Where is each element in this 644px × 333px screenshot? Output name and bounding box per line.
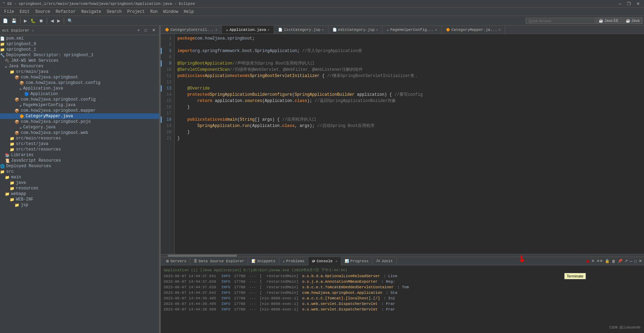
- toolbar-back-button[interactable]: ◀: [49, 18, 55, 24]
- menu-edit[interactable]: Edit: [17, 9, 33, 15]
- editor-tab[interactable]: ☕Application.java✕: [222, 26, 274, 34]
- code-line: import org.springframework.boot.SpringAp…: [177, 48, 641, 54]
- sidebar-maximize-button[interactable]: □: [143, 27, 148, 33]
- tab-close-button[interactable]: ✕: [376, 28, 378, 32]
- tree-item[interactable]: 📁jsp: [0, 202, 159, 208]
- bottom-tab-close[interactable]: ✕: [335, 259, 337, 263]
- open-console-button[interactable]: ↗: [624, 258, 628, 265]
- remove-launch-button[interactable]: ✕: [591, 258, 595, 265]
- maximize-console-button[interactable]: □: [634, 258, 637, 265]
- tree-item[interactable]: 📁src/main/java: [0, 69, 159, 75]
- menu-search[interactable]: Search: [104, 9, 124, 15]
- tree-item[interactable]: 🔵Application: [0, 91, 159, 97]
- bottom-tab[interactable]: 🖥 Servers: [162, 257, 190, 265]
- tree-item[interactable]: 📦com.how2java.springboot.web: [0, 130, 159, 136]
- menu-window[interactable]: Window: [160, 9, 181, 15]
- tree-item[interactable]: 📁springboot_1: [0, 47, 159, 52]
- tree-item-icon: ☕: [19, 103, 22, 108]
- bottom-tab[interactable]: Ju JUnit: [372, 257, 397, 265]
- scroll-lock-button[interactable]: 🔒: [604, 258, 610, 265]
- menu-project[interactable]: Project: [124, 9, 147, 15]
- menu-help[interactable]: Help: [181, 9, 197, 15]
- tree-item-label: Application: [30, 92, 58, 96]
- tab-close-button[interactable]: ✕: [435, 28, 437, 32]
- sidebar-close-button[interactable]: ✕: [151, 27, 157, 33]
- toolbar-save-button[interactable]: 💾: [10, 18, 18, 24]
- code-content[interactable]: package com.how2java.springboot; import …: [175, 34, 644, 254]
- quick-access-input[interactable]: [526, 18, 595, 24]
- tree-item[interactable]: 📁resources: [0, 186, 159, 191]
- tree-item[interactable]: 🔶CategoryMapper.java: [0, 113, 159, 119]
- tree-item[interactable]: 🌐Deployed Resources: [0, 163, 159, 169]
- tree-item[interactable]: 📁java: [0, 180, 159, 186]
- editor-tab[interactable]: 🔶CategoryMapper.ja...✕: [442, 26, 505, 34]
- tree-item[interactable]: 📁main: [0, 174, 159, 180]
- sidebar-minimize-button[interactable]: ▿: [136, 27, 141, 33]
- close-button[interactable]: ✕: [635, 1, 641, 6]
- editor-tab[interactable]: ☕PageHelperConfig...✕: [382, 26, 441, 34]
- editor-tab[interactable]: 📄listCategory.jsp✕: [274, 26, 328, 34]
- tree-item[interactable]: 🔌JAX-WS Web Services: [0, 58, 159, 63]
- tree-item[interactable]: 📁src/test/java: [0, 141, 159, 147]
- toolbar-stop-button[interactable]: ⏹: [38, 18, 45, 24]
- toolbar-run-button[interactable]: ▶: [23, 18, 28, 24]
- menu-refactor[interactable]: Refactor: [53, 9, 79, 15]
- tree-item[interactable]: 📁src: [0, 169, 159, 174]
- editor-tab[interactable]: 📄editCategory.jsp✕: [328, 26, 383, 34]
- tree-item-icon: ☕: [19, 86, 22, 91]
- tree-item[interactable]: 📦com.how2java.springboot: [0, 75, 159, 80]
- tree-item[interactable]: 📦com.how2java.springboot.config: [0, 80, 159, 86]
- tree-item[interactable]: ☕Application.java: [0, 86, 159, 91]
- tree-item[interactable]: 📦com.how2java.springboot.mapper: [0, 108, 159, 113]
- editor-tab[interactable]: 🔶CategoryControll...✕: [161, 26, 222, 34]
- toolbar-debug-button[interactable]: 🐛: [29, 18, 37, 24]
- bottom-tab[interactable]: 📊 Progress: [341, 257, 372, 265]
- log-msg: : Tom: [397, 284, 409, 290]
- tab-close-button[interactable]: ✕: [322, 28, 324, 32]
- toolbar-search-button[interactable]: 🔍: [66, 18, 74, 24]
- tree-item[interactable]: 📦com.how2java.springboot.config: [0, 97, 159, 102]
- clear-console-button[interactable]: 🗑: [611, 258, 616, 265]
- menu-run[interactable]: Run: [148, 9, 161, 15]
- tree-item-icon: 🔌: [5, 59, 10, 63]
- toolbar-new-button[interactable]: 📄: [1, 18, 9, 24]
- remove-all-launches-button[interactable]: ✕✕: [596, 258, 603, 265]
- terminate-button[interactable]: ■: [585, 258, 590, 265]
- java-ee-perspective-button[interactable]: ☕ Java EE: [596, 17, 622, 24]
- minimize-console-button[interactable]: ─: [629, 258, 633, 265]
- bottom-tab-icon: 🖳: [312, 259, 315, 263]
- bottom-tab[interactable]: 🗄 Data Source Explorer: [190, 257, 248, 265]
- tree-item[interactable]: 📁src/test/resources: [0, 147, 159, 152]
- tree-item[interactable]: 📁webapp: [0, 191, 159, 197]
- tab-close-button[interactable]: ✕: [499, 28, 501, 32]
- bottom-tab[interactable]: ⚠ Problems: [279, 257, 308, 265]
- tree-item[interactable]: 📄pom.xml: [0, 36, 159, 41]
- tree-item[interactable]: 📦com.how2java.springboot.pojo: [0, 119, 159, 125]
- java-perspective-button[interactable]: ☕ Java: [623, 17, 643, 24]
- tree-item[interactable]: 🔧Deployment Descriptor: springboot_1: [0, 52, 159, 58]
- tree-item[interactable]: 📁springboot_0: [0, 41, 159, 47]
- menu-file[interactable]: File: [1, 9, 17, 15]
- tree-item[interactable]: ☕Java Resources: [0, 63, 159, 69]
- minimize-button[interactable]: ─: [617, 1, 623, 6]
- tree-item[interactable]: 📁WEB-INF: [0, 197, 159, 202]
- code-line: [177, 54, 641, 60]
- bottom-tab[interactable]: 🖳 Console✕: [308, 257, 341, 265]
- menu-source[interactable]: Source: [33, 9, 53, 15]
- editor-scrollbar-thumb[interactable]: [168, 255, 237, 257]
- tree-item[interactable]: 📚Libraries: [0, 152, 159, 158]
- close-console-button[interactable]: ✕: [638, 258, 643, 265]
- maximize-button[interactable]: ❐: [626, 1, 632, 6]
- tab-close-button[interactable]: ✕: [267, 28, 270, 32]
- bottom-tab[interactable]: 📝 Snippets: [248, 257, 279, 265]
- tree-item[interactable]: ☕PageHelperConfig.java: [0, 102, 159, 108]
- pin-console-button[interactable]: 📌: [617, 258, 623, 265]
- tree-item[interactable]: 📜JavaScript Resources: [0, 158, 159, 163]
- tree-item[interactable]: 📁src/main/resources: [0, 136, 159, 141]
- tab-close-button[interactable]: ✕: [215, 28, 217, 32]
- tree-item[interactable]: ☕Category.java: [0, 125, 159, 130]
- toolbar-forward-button[interactable]: ▶: [56, 18, 62, 24]
- code-editor[interactable]: 12389101112131415161718192021 package co…: [161, 34, 644, 254]
- editor-horizontal-scrollbar[interactable]: [161, 254, 644, 257]
- menu-navigate[interactable]: Navigate: [78, 9, 104, 15]
